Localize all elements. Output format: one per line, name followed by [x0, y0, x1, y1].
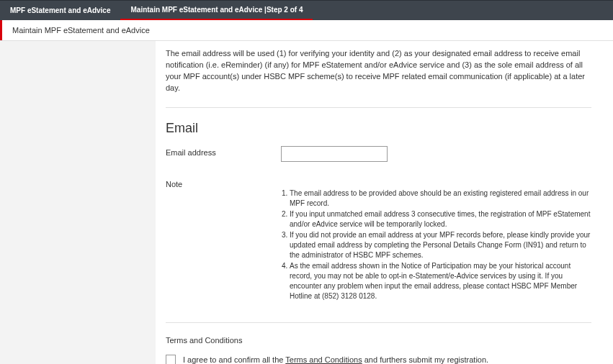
top-tab-bar: MPF eStatement and eAdvice Maintain MPF …: [0, 0, 613, 20]
note-list: The email address to be provided above s…: [281, 188, 591, 301]
top-tab-label: MPF eStatement and eAdvice: [10, 6, 110, 14]
note-item: The email address to be provided above s…: [290, 188, 591, 209]
terms-text-suffix: and furthers submit my registration.: [362, 355, 488, 364]
sub-tab-bar: Maintain MPF eStatement and eAdvice: [0, 20, 613, 41]
terms-text-prefix: I agree to and confirm all the: [183, 355, 285, 364]
email-input[interactable]: [281, 146, 388, 162]
divider: [166, 322, 591, 323]
main-content: The email address will be used (1) for v…: [156, 41, 613, 364]
divider: [166, 107, 591, 108]
email-label: Email address: [166, 146, 281, 162]
note-label: Note: [166, 178, 281, 188]
note-item: If you input unmatched email address 3 c…: [290, 209, 591, 229]
top-tab-label: Maintain MPF eStatement and eAdvice |Ste…: [130, 6, 303, 14]
top-tab-estatement[interactable]: MPF eStatement and eAdvice: [0, 1, 120, 20]
note-item: As the email address shown in the Notice…: [290, 261, 591, 301]
sub-tab-label: Maintain MPF eStatement and eAdvice: [12, 26, 150, 35]
email-row: Email address: [166, 146, 591, 162]
email-heading: Email: [166, 121, 591, 136]
intro-text: The email address will be used (1) for v…: [166, 48, 591, 107]
sub-tab-maintain[interactable]: Maintain MPF eStatement and eAdvice: [0, 20, 160, 40]
sidebar: [0, 41, 156, 364]
terms-heading: Terms and Conditions: [166, 336, 591, 345]
terms-link[interactable]: Terms and Conditions: [285, 355, 362, 364]
note-item: If you did not provide an email address …: [290, 230, 591, 260]
terms-checkbox-row: I agree to and confirm all the Terms and…: [166, 355, 591, 364]
top-tab-maintain[interactable]: Maintain MPF eStatement and eAdvice |Ste…: [120, 1, 313, 20]
note-row: Note: [166, 178, 591, 188]
terms-checkbox[interactable]: [166, 355, 176, 364]
